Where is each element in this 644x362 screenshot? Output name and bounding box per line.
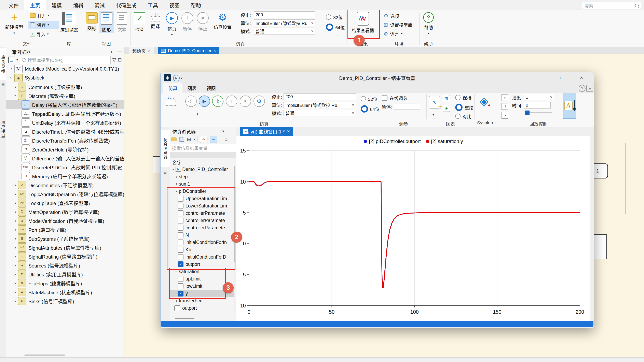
dialog-tab-2[interactable]: 视图 bbox=[202, 83, 220, 93]
help-button[interactable]: ? 帮助 ▾ bbox=[421, 12, 436, 35]
chevron-right-icon[interactable]: › bbox=[12, 263, 18, 268]
library-tree-item[interactable]: ›⊿Discontinuities (不连续模型库) bbox=[6, 180, 124, 189]
user-model-strip-icon[interactable]: ⊙ bbox=[0, 146, 6, 151]
library-tree-item[interactable]: ›∗Sources (信号源模型库) bbox=[6, 261, 124, 270]
panel-menu-icon[interactable]: ▾ bbox=[110, 49, 112, 54]
menu-item-5[interactable]: 代码生成 bbox=[110, 0, 142, 10]
replay-slider[interactable] bbox=[525, 110, 552, 115]
library-tree-item[interactable]: ›⊘ModelVerification (自我验证模型库) bbox=[6, 216, 124, 225]
library-tree-item[interactable]: ›&≫LogicAndBitOperation (逻辑与位运算模型库) bbox=[6, 189, 124, 198]
library-tree-item[interactable]: ›n(z) d(z)DiscreteTransferFcn (离散传递函数) bbox=[6, 136, 124, 145]
icon-view-button[interactable]: 图标 bbox=[84, 12, 99, 31]
library-hscrollbar[interactable] bbox=[24, 355, 65, 356]
library-view-icon[interactable] bbox=[8, 56, 15, 63]
sim-tree-item[interactable]: UpperSaturationLim bbox=[170, 195, 234, 202]
close-icon[interactable]: × bbox=[287, 129, 290, 134]
replay-speed-select[interactable]: 1 ∨ bbox=[524, 94, 554, 100]
library-tree-item[interactable]: ›∿Continuous (连续模型库) bbox=[6, 82, 124, 91]
dialog-title-bar[interactable]: Demo_PID_Controller - 结果查看器 ◈ ▶ ▾ — □ × bbox=[160, 72, 594, 83]
checkbox-icon[interactable] bbox=[174, 305, 180, 311]
set-model-lib-button[interactable]: ⊞ 设置模型库 bbox=[384, 21, 412, 28]
checkbox-checked-icon[interactable]: ✓ bbox=[178, 261, 184, 267]
chevron-right-icon[interactable]: › bbox=[12, 191, 18, 197]
replay-play-icon[interactable]: ▸ bbox=[502, 94, 509, 101]
chevron-down-icon[interactable]: ▾ bbox=[194, 137, 195, 141]
panel-minimize-icon[interactable]: — bbox=[230, 128, 234, 133]
checkbox-icon[interactable] bbox=[178, 247, 184, 253]
chevron-right-icon[interactable]: › bbox=[12, 218, 18, 223]
side-tab-library-browser[interactable]: 库浏览器 bbox=[0, 48, 6, 80]
new-plot-window-button[interactable]: ∿ + bbox=[429, 96, 440, 108]
global-search-box[interactable]: 搜索 bbox=[582, 1, 641, 9]
tuning-pause-input[interactable] bbox=[394, 103, 420, 110]
chevron-right-icon[interactable]: › bbox=[12, 272, 18, 277]
checkbox-icon[interactable] bbox=[178, 225, 184, 231]
library-tree-item[interactable]: ›→SignalRouting (信号路由模型库) bbox=[6, 252, 124, 261]
dialog-pin-icon[interactable]: ⊞ bbox=[586, 85, 593, 92]
plot-last-icon[interactable]: ∿ bbox=[200, 136, 208, 143]
hold-radio[interactable]: 保持 bbox=[455, 94, 472, 101]
save-button[interactable]: 保存 ▾ bbox=[28, 21, 59, 29]
checkbox-icon[interactable] bbox=[178, 240, 184, 245]
library-tree-item[interactable]: ›+− ÷×MathOperation (数学运算模型库) bbox=[6, 207, 124, 216]
plot-selected-icon[interactable]: ∿ bbox=[210, 136, 217, 143]
chevron-right-icon[interactable]: › bbox=[9, 66, 14, 72]
chevron-down-icon[interactable]: › bbox=[174, 269, 179, 274]
side-tab-user-models[interactable]: 用户模型 bbox=[0, 114, 6, 144]
result-viewer-button[interactable]: 结果查看器 bbox=[351, 12, 375, 33]
close-button[interactable]: × bbox=[577, 74, 586, 81]
library-tree-item[interactable]: ›◈Sysblock bbox=[6, 73, 124, 82]
graphic-view-button[interactable]: 图形 bbox=[100, 11, 114, 33]
language-button[interactable]: ⊕ 语言 ▾ bbox=[384, 30, 402, 37]
menu-item-4[interactable]: 调试 bbox=[89, 0, 110, 10]
sim-tree-item[interactable]: ›step bbox=[170, 173, 234, 180]
sysplorer-button[interactable]: ◈ bbox=[478, 95, 490, 108]
library-tree-item[interactable]: ›∗Sinks (信号汇模型库) bbox=[6, 297, 124, 306]
close-icon[interactable]: × bbox=[148, 48, 150, 53]
redraw-radio[interactable]: 重绘 bbox=[455, 104, 474, 111]
document-tab-1[interactable]: Demo_PID_Controller× bbox=[158, 47, 220, 54]
dialog-tab-1[interactable]: 图表 bbox=[182, 83, 202, 93]
library-tree-item[interactable]: ›≋Utilities (实用工具模型库) bbox=[6, 270, 124, 279]
checkbox-icon[interactable] bbox=[178, 218, 184, 224]
chevron-right-icon[interactable]: › bbox=[12, 200, 18, 205]
overflow-icon[interactable]: » bbox=[225, 137, 228, 142]
bit64-radio[interactable]: 64位 bbox=[326, 23, 345, 31]
library-tree-item[interactable]: ›⊞SubSystems (子系统模型库) bbox=[6, 234, 124, 243]
chevron-down-icon[interactable]: › bbox=[9, 75, 14, 80]
options-button[interactable]: ⚙ 选项 bbox=[384, 12, 399, 19]
library-tree-item[interactable]: ›z-1 zDifference (输...入值减去上一输入值的差值) bbox=[6, 154, 124, 163]
text-view-button[interactable]: 文本 bbox=[115, 12, 129, 32]
library-tree-item[interactable]: ›◢DiscreteTimeI...信号的离散时间积分或累积) bbox=[6, 127, 124, 136]
document-tab-0[interactable]: 起始页× bbox=[129, 47, 154, 54]
chevron-down-icon[interactable]: ▾ bbox=[197, 112, 198, 116]
plot-chart[interactable]: 151050-5-10050100150200 bbox=[236, 136, 590, 321]
menu-item-2[interactable]: 建模 bbox=[46, 0, 68, 10]
library-tree-item[interactable]: ›⊓Discrete (离散模型库) bbox=[6, 91, 124, 100]
splitter-handle[interactable] bbox=[175, 318, 194, 319]
simulate-button[interactable]: ▶ 仿真 ▾ bbox=[165, 12, 179, 36]
new-table-window-button[interactable]: ⊞ bbox=[443, 95, 450, 102]
pause-button[interactable]: ‖ 暂停 bbox=[180, 12, 194, 32]
checkbox-icon[interactable] bbox=[178, 254, 184, 260]
chevron-right-icon[interactable]: › bbox=[174, 174, 179, 179]
step-forward-button[interactable]: ▕▷ bbox=[212, 95, 224, 107]
menu-item-1[interactable]: 主页 bbox=[24, 0, 46, 10]
close-icon[interactable]: × bbox=[214, 48, 216, 53]
collapse-all-icon[interactable]: ⊟ bbox=[118, 57, 122, 62]
compare-radio[interactable]: 对比 bbox=[455, 113, 472, 119]
quick-play-icon[interactable]: ▶ bbox=[173, 75, 180, 81]
menu-item-7[interactable]: 视图 bbox=[164, 0, 185, 10]
library-tree-item[interactable]: ›4 DelaysTappedDelay ...周期并输出所有延迟版本) bbox=[6, 109, 124, 118]
chevron-right-icon[interactable]: › bbox=[12, 209, 18, 214]
quick-access-caret-icon[interactable]: ▾ bbox=[181, 76, 182, 80]
chevron-down-icon[interactable]: › bbox=[12, 93, 18, 98]
chevron-right-icon[interactable]: › bbox=[174, 299, 179, 303]
mode-select[interactable]: 普通 ∨ bbox=[254, 27, 316, 34]
chevron-right-icon[interactable]: › bbox=[12, 84, 18, 89]
translate-button[interactable]: ↓↓↓ : : : 翻译 bbox=[148, 12, 163, 29]
menu-item-0[interactable]: 文件 bbox=[3, 0, 24, 10]
open-button[interactable]: 打开 ▾ bbox=[28, 11, 59, 19]
dialog-stop-time-input[interactable] bbox=[284, 93, 356, 100]
dialog-translate-button[interactable]: ↓↓↓ : : : bbox=[166, 95, 176, 106]
